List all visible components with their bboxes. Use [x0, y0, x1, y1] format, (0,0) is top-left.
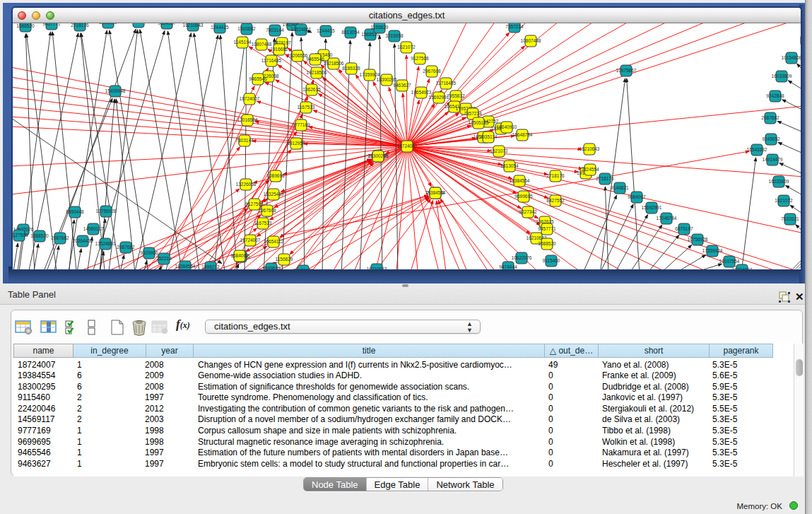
svg-text:2087682: 2087682 [117, 245, 135, 250]
svg-text:1244415: 1244415 [317, 28, 335, 33]
svg-text:2718176: 2718176 [596, 176, 614, 181]
svg-text:252214: 252214 [156, 256, 172, 261]
svg-text:20364436: 20364436 [73, 238, 93, 243]
svg-text:10654112: 10654112 [264, 239, 284, 244]
svg-text:9684067: 9684067 [230, 253, 249, 258]
svg-text:13226058: 13226058 [236, 182, 257, 187]
svg-text:1498212: 1498212 [201, 264, 220, 269]
svg-text:11716485: 11716485 [436, 81, 457, 86]
svg-text:13524861: 13524861 [95, 241, 116, 246]
svg-text:19218506: 19218506 [307, 70, 327, 75]
svg-text:10975867: 10975867 [616, 68, 637, 73]
svg-text:19384554: 19384554 [510, 178, 530, 183]
svg-text:12505185: 12505185 [469, 120, 489, 125]
svg-text:8813054: 8813054 [341, 30, 360, 35]
svg-text:17016504: 17016504 [237, 117, 258, 122]
svg-text:10107554: 10107554 [719, 259, 740, 264]
svg-text:10154808: 10154808 [782, 55, 801, 60]
svg-text:1156829: 1156829 [371, 25, 389, 30]
svg-text:9684067: 9684067 [628, 194, 646, 199]
svg-text:9463627: 9463627 [393, 83, 411, 88]
svg-text:8912954: 8912954 [287, 141, 305, 146]
svg-text:18724007: 18724007 [240, 96, 260, 101]
svg-text:3824554: 3824554 [581, 167, 599, 172]
svg-text:9699695: 9699695 [514, 194, 533, 199]
svg-text:8427552: 8427552 [546, 198, 565, 203]
svg-text:9115460: 9115460 [543, 258, 560, 263]
svg-text:13524861: 13524861 [291, 27, 312, 32]
svg-text:19384554: 19384554 [175, 264, 196, 269]
svg-text:8813054: 8813054 [500, 163, 519, 168]
svg-text:1621072: 1621072 [490, 148, 508, 153]
svg-text:1156829: 1156829 [276, 257, 293, 262]
svg-text:1588520: 1588520 [538, 241, 556, 246]
svg-text:7357234: 7357234 [505, 24, 524, 29]
svg-text:16033809: 16033809 [772, 74, 792, 78]
svg-text:1588520: 1588520 [30, 233, 49, 238]
svg-text:14569117: 14569117 [83, 226, 104, 231]
svg-text:14914479: 14914479 [763, 157, 783, 162]
svg-text:9127508: 9127508 [411, 56, 429, 61]
svg-text:16648784: 16648784 [512, 132, 533, 137]
svg-text:9146821: 9146821 [611, 185, 629, 190]
svg-text:1167533: 1167533 [254, 221, 272, 226]
svg-text:7632621: 7632621 [781, 216, 799, 221]
svg-text:9245652: 9245652 [762, 136, 780, 141]
svg-text:10756928: 10756928 [96, 209, 117, 214]
svg-text:16210643: 16210643 [183, 23, 204, 28]
svg-text:7803144: 7803144 [266, 28, 284, 33]
svg-text:20206556: 20206556 [288, 53, 308, 58]
svg-text:9242848: 9242848 [766, 93, 784, 98]
svg-text:10622076: 10622076 [512, 255, 532, 260]
svg-text:1916682: 1916682 [237, 26, 256, 31]
svg-text:1916682: 1916682 [270, 47, 288, 52]
svg-text:2967608: 2967608 [423, 69, 441, 74]
svg-text:8186328: 8186328 [342, 66, 360, 71]
svg-text:19218506: 19218506 [324, 61, 344, 66]
svg-text:22420046: 22420046 [293, 268, 314, 269]
svg-text:7357234: 7357234 [464, 111, 482, 116]
svg-text:2087682: 2087682 [761, 115, 779, 120]
svg-text:1621072: 1621072 [775, 198, 793, 203]
svg-text:18724007: 18724007 [240, 238, 261, 243]
svg-text:8990448: 8990448 [66, 209, 84, 214]
svg-text:18300295: 18300295 [377, 77, 397, 82]
svg-text:2935114: 2935114 [480, 134, 498, 139]
svg-text:9457771: 9457771 [538, 226, 556, 231]
svg-text:10807448: 10807448 [252, 42, 272, 47]
svg-text:9465546: 9465546 [306, 57, 324, 62]
svg-text:9699695: 9699695 [262, 266, 281, 269]
svg-text:13325419: 13325419 [264, 192, 284, 197]
svg-text:18640910: 18640910 [497, 124, 517, 129]
svg-text:7955812: 7955812 [447, 93, 465, 98]
svg-text:16543382: 16543382 [747, 147, 767, 152]
svg-text:9127508: 9127508 [13, 233, 28, 238]
svg-text:6879197: 6879197 [675, 226, 693, 231]
svg-text:2087682: 2087682 [51, 235, 69, 240]
svg-text:16033809: 16033809 [769, 179, 789, 184]
svg-text:18724007: 18724007 [732, 267, 753, 269]
svg-text:19654923: 19654923 [411, 90, 432, 95]
svg-text:10756928: 10756928 [688, 237, 708, 242]
svg-text:1244415: 1244415 [211, 25, 229, 30]
svg-text:2718176: 2718176 [71, 23, 89, 28]
svg-text:10807448: 10807448 [521, 38, 541, 43]
svg-text:19384554: 19384554 [425, 190, 446, 195]
svg-text:15409948: 15409948 [105, 88, 126, 93]
svg-text:7803144: 7803144 [235, 138, 254, 143]
svg-text:18724007: 18724007 [397, 144, 418, 148]
svg-text:1089695: 1089695 [266, 173, 285, 178]
svg-text:16210643: 16210643 [579, 146, 600, 151]
svg-text:11716485: 11716485 [261, 58, 282, 63]
svg-text:9329966: 9329966 [140, 250, 158, 255]
svg-text:9474444: 9474444 [499, 264, 517, 269]
svg-text:9227342: 9227342 [519, 209, 537, 214]
svg-text:2967608: 2967608 [258, 208, 276, 213]
svg-text:17046784: 17046784 [657, 216, 677, 221]
svg-text:1145194: 1145194 [234, 40, 252, 45]
svg-text:17359924: 17359924 [702, 248, 723, 253]
svg-text:1362615: 1362615 [302, 87, 321, 92]
svg-text:15692991: 15692991 [642, 205, 662, 210]
svg-text:9777169: 9777169 [292, 122, 310, 127]
svg-text:16210643: 16210643 [367, 267, 387, 269]
